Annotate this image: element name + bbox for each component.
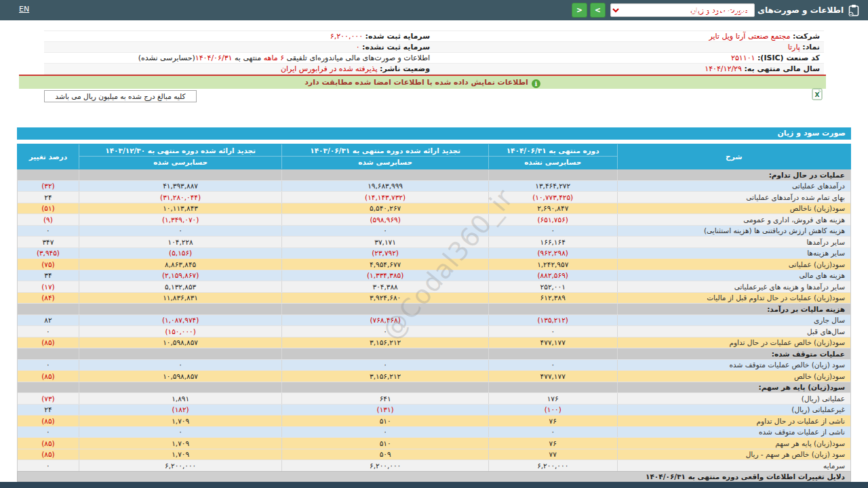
info-label: کد صنعت (ISIC): bbox=[757, 54, 820, 62]
amount-value bbox=[79, 169, 282, 180]
percent-change-value: (۸۵) bbox=[18, 371, 79, 382]
table-row: سایر درآمدها۱۶۶,۱۶۴۳۷,۱۷۱۱۰۴,۲۲۸۳۴۷ bbox=[18, 237, 850, 248]
next-statement-button[interactable]: > bbox=[590, 3, 606, 18]
language-toggle-en[interactable]: EN bbox=[19, 5, 29, 14]
row-description: سود(زیان) عملیات در حال تداوم قبل از مال… bbox=[617, 293, 850, 304]
amount-value: ۱,۷۰۹ bbox=[79, 449, 282, 460]
percent-change-value: (۸۵) bbox=[18, 449, 79, 460]
amount-value: (۶۵۱,۷۵۶) bbox=[488, 214, 617, 225]
amount-value: ۱,۷۰۹ bbox=[79, 415, 282, 426]
company-info-row: کد صنعت (ISIC): ۲۵۱۱۰۱اطلاعات و صورت‌های… bbox=[44, 53, 824, 64]
table-row: سود(زیان) خالص۴۷۷,۱۷۷۳,۱۵۶,۲۱۲۱۰,۵۹۸,۸۵۷… bbox=[18, 371, 850, 382]
amount-value: (۱۳۵,۲۱۲) bbox=[488, 315, 617, 326]
row-description: عملیات متوقف شده: bbox=[617, 348, 850, 359]
top-navbar: EN < > صورت سود و زیان اطلاعات و صورت‌ها… bbox=[0, 0, 868, 20]
amount-value: (۹۶۲,۲۹۸) bbox=[488, 248, 617, 259]
footer-section-bar: دلایل تغییرات اطلاعات واقعی دوره منتهی ب… bbox=[17, 471, 851, 482]
row-description: سایر درآمدها و هزینه های غیرعملیاتی bbox=[617, 281, 850, 292]
info-label: سرمایه ثبت نشده: bbox=[362, 43, 430, 52]
units-note: کلیه مبالغ درج شده به میلیون ریال می باش… bbox=[44, 90, 197, 102]
percent-change-value: (۹) bbox=[18, 214, 79, 225]
amount-value: (۱۳۱) bbox=[281, 405, 488, 415]
amount-value: ۰ bbox=[281, 427, 488, 438]
amount-value: ۵,۱۳۲,۸۵۳ bbox=[79, 281, 282, 292]
amount-value: (۱,۳۳۴,۳۸۵) bbox=[281, 270, 488, 281]
company-info-right-cell: نماد: پارتا bbox=[434, 42, 824, 52]
table-header: شرح دوره منتهی به ۱۴۰۴/۰۶/۳۱ حسابرسی نشد… bbox=[17, 144, 851, 169]
percent-change-value: (۸۴) bbox=[18, 293, 79, 304]
amount-value: ۰ bbox=[281, 360, 488, 371]
chevron-right-icon: > bbox=[595, 5, 601, 15]
percent-change-value: (۳۲) bbox=[18, 181, 79, 192]
amount-value: ۶,۲۰۰,۰۰۰ bbox=[488, 460, 617, 472]
table-row: عملیات متوقف شده: bbox=[18, 348, 850, 360]
row-description: هزینه کاهش ارزش دریافتنی ها (هزینه استثن… bbox=[617, 226, 850, 237]
info-icon: i bbox=[532, 79, 540, 88]
amount-value: (۵,۱۵۶) bbox=[79, 248, 282, 259]
amount-value bbox=[281, 304, 488, 314]
page-title: اطلاعات و صورت‌های مالی میاندوره‌ای تلفی… bbox=[656, 0, 844, 20]
info-value: ۰ bbox=[356, 43, 362, 52]
row-description: سرمایه bbox=[617, 460, 850, 472]
percent-change-value: (۷۳) bbox=[18, 393, 79, 404]
amount-value: (۱۴,۱۴۳,۷۳۲) bbox=[281, 192, 488, 203]
bottom-dark-strip bbox=[0, 482, 868, 488]
income-statement-table: صورت سود و زیان شرح دوره منتهی به ۱۴۰۴/۰… bbox=[17, 127, 851, 472]
amount-value bbox=[79, 382, 282, 393]
prev-statement-button[interactable]: < bbox=[572, 3, 587, 18]
table-row: سود(زیان) خالص عملیات در حال تداوم۴۷۷,۱۷… bbox=[18, 338, 850, 349]
company-info-right-cell: کد صنعت (ISIC): ۲۵۱۱۰۱ bbox=[434, 53, 824, 63]
row-description: هزینه مالیات بر درآمد: bbox=[617, 304, 850, 314]
table-row: عملیاتی (ریال)۱۷۶۶۴۱۱,۸۹۱(۷۳) bbox=[18, 393, 850, 405]
row-description: سود (زیان) خالص عملیات متوقف شده bbox=[617, 360, 850, 371]
period-label: تجدید ارائه شده دوره منتهی به ۱۴۰۳/۰۶/۳۱ bbox=[282, 144, 488, 157]
table-row: سود(زیان) ناخالص۲,۶۹۰,۸۴۷۵,۵۴۰,۲۶۷۱۰,۱۱۳… bbox=[18, 203, 850, 215]
table-body: عملیات در حال تداوم:درآمدهای عملیاتی۱۳,۴… bbox=[17, 169, 851, 472]
amount-value: ۴۷۷,۱۷۷ bbox=[488, 371, 617, 382]
table-row: سال‌های قبل۰۰(۱۵۰,۰۰۰)۰ bbox=[18, 326, 850, 338]
row-description: سود(زیان) پایه هر سهم: bbox=[617, 382, 850, 393]
company-info-row: سال مالی منتهی به: ۱۴۰۴/۱۲/۲۹وضعیت ناشر:… bbox=[44, 64, 824, 75]
percent-change-value: ۰ bbox=[18, 427, 79, 438]
row-description: سود(زیان) عملیاتی bbox=[617, 259, 850, 270]
amount-value: ۴۷۷,۱۷۷ bbox=[488, 338, 617, 348]
percent-change-value bbox=[18, 304, 79, 314]
column-header-current-period: دوره منتهی به ۱۴۰۴/۰۶/۳۱ حسابرسی نشده bbox=[488, 144, 617, 169]
info-label: نماد: bbox=[802, 43, 820, 52]
amount-value: ۱۰۴,۲۲۸ bbox=[79, 237, 282, 247]
amount-value: ۳۷,۱۷۱ bbox=[281, 237, 488, 247]
table-row: سال جاری(۱۳۵,۲۱۲)(۷۶۸,۴۶۸)(۱,۰۸۷,۹۷۴)۸۲ bbox=[18, 315, 850, 327]
company-info-left-cell: سرمایه ثبت شده: ۶,۲۰۰,۰۰۰ bbox=[44, 31, 434, 41]
row-description: هزینه های فروش، اداری و عمومی bbox=[617, 214, 850, 225]
row-description: ناشی از عملیات در حال تداوم bbox=[617, 415, 850, 426]
period-label: دوره منتهی به ۱۴۰۴/۰۶/۳۱ bbox=[489, 144, 617, 157]
percent-change-value: (۱۷) bbox=[18, 281, 79, 292]
amount-value bbox=[281, 348, 488, 359]
table-row: ناشی از عملیات متوقف شده۰۰۰۰ bbox=[18, 427, 850, 439]
clipboard-icon bbox=[848, 4, 860, 16]
info-value: پارتا bbox=[788, 43, 803, 52]
row-description: درآمدهای عملیاتی bbox=[617, 181, 850, 192]
amount-value: ۰ bbox=[79, 427, 282, 438]
table-row: هزینه های فروش، اداری و عمومی(۶۵۱,۷۵۶)(۵… bbox=[18, 214, 850, 226]
amount-value: ۲۵۲,۰۰۱ bbox=[488, 281, 617, 292]
amount-value: ۱,۷۰۹ bbox=[79, 438, 282, 449]
amount-value: ۵,۵۴۰,۲۶۷ bbox=[281, 203, 488, 214]
amount-value: ۴۱,۳۹۳,۸۸۷ bbox=[79, 181, 282, 192]
amount-value: ۰ bbox=[488, 360, 617, 371]
row-description: سال‌های قبل bbox=[617, 326, 850, 337]
percent-change-value: (۳,۹۴۵) bbox=[18, 248, 79, 259]
excel-export-icon[interactable]: X bbox=[812, 88, 823, 100]
amount-value: ۳,۱۵۶,۲۱۲ bbox=[281, 338, 488, 348]
amount-value: ۰ bbox=[281, 326, 488, 337]
amount-value: ۵۱۰ bbox=[281, 438, 488, 449]
table-row: هزینه کاهش ارزش دریافتنی ها (هزینه استثن… bbox=[18, 226, 850, 237]
amount-value: (۱۵۰,۰۰۰) bbox=[79, 326, 282, 337]
amount-value: ۰ bbox=[79, 226, 282, 237]
table-row: سود (زیان) خالص عملیات متوقف شده۰۰۰۰ bbox=[18, 360, 850, 371]
percent-change-value: ۰ bbox=[18, 360, 79, 371]
info-label: سال مالی منتهی به: bbox=[744, 64, 820, 73]
company-info-left-cell: اطلاعات و صورت‌های مالی میاندوره‌ای تلفی… bbox=[44, 53, 434, 63]
amount-value bbox=[488, 348, 617, 359]
amount-value bbox=[488, 304, 617, 314]
